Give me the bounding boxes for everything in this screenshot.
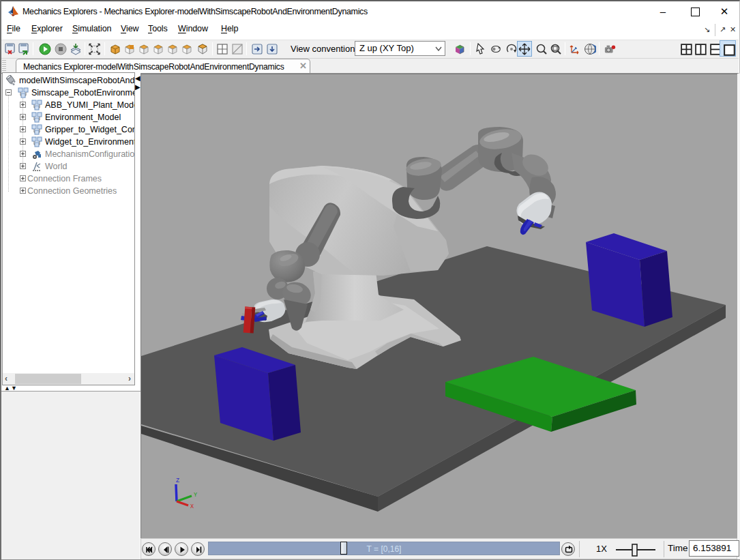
svg-text:X: X	[190, 503, 194, 510]
svg-text:Y: Y	[194, 492, 197, 499]
svg-text:Z: Z	[176, 477, 179, 484]
